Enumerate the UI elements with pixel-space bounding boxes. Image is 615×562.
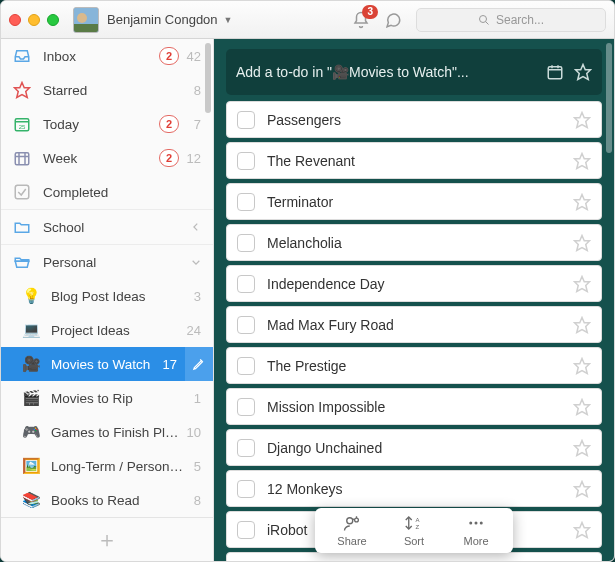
star-button[interactable] [573, 234, 591, 252]
sidebar-item-inbox[interactable]: Inbox 2 42 [1, 39, 213, 73]
todo-item[interactable]: Django Unchained [226, 429, 602, 466]
todo-checkbox[interactable] [237, 275, 255, 293]
close-window-button[interactable] [9, 14, 21, 26]
edit-list-button[interactable] [185, 347, 213, 381]
star-icon [573, 193, 591, 211]
sidebar-list-long-term[interactable]: 🖼️ Long-Term / Personal... 5 [1, 449, 213, 483]
todo-item[interactable]: Mission Impossible [226, 388, 602, 425]
star-button[interactable] [573, 111, 591, 129]
todo-title: Passengers [267, 112, 573, 128]
list-emoji-icon: 🎬 [21, 389, 41, 407]
todo-item[interactable]: Children (…) [226, 552, 602, 561]
sidebar-list-project-ideas[interactable]: 💻 Project Ideas 24 [1, 313, 213, 347]
sidebar-item-starred[interactable]: Starred 8 [1, 73, 213, 107]
due-date-icon[interactable] [546, 63, 564, 81]
todo-item[interactable]: The Revenant [226, 142, 602, 179]
svg-marker-28 [575, 481, 590, 496]
list-label: Project Ideas [51, 323, 185, 338]
todo-checkbox[interactable] [237, 439, 255, 457]
folder-icon [13, 218, 31, 236]
svg-point-40 [480, 522, 483, 525]
todo-checkbox[interactable] [237, 111, 255, 129]
todo-checkbox[interactable] [237, 152, 255, 170]
todo-title: The Revenant [267, 153, 573, 169]
share-label: Share [337, 535, 366, 547]
sort-button[interactable]: AZ Sort [385, 514, 443, 547]
sidebar-folder-personal[interactable]: Personal [1, 245, 213, 279]
star-icon[interactable] [574, 63, 592, 81]
star-button[interactable] [573, 480, 591, 498]
star-button[interactable] [573, 398, 591, 416]
account-menu[interactable]: Benjamin Congdon ▼ [107, 12, 233, 27]
avatar[interactable] [73, 7, 99, 33]
star-button[interactable] [573, 275, 591, 293]
sidebar-item-week[interactable]: Week 2 12 [1, 141, 213, 175]
sidebar-folder-school[interactable]: School [1, 210, 213, 244]
search-icon [478, 14, 490, 26]
star-button[interactable] [573, 152, 591, 170]
minimize-window-button[interactable] [28, 14, 40, 26]
star-icon [573, 480, 591, 498]
app-window: Benjamin Congdon ▼ 3 Search... [0, 0, 615, 562]
search-input[interactable]: Search... [416, 8, 606, 32]
list-emoji-icon: 📚 [21, 491, 41, 509]
svg-rect-9 [15, 153, 29, 165]
svg-point-2 [77, 13, 87, 23]
sidebar-list-books-to-read[interactable]: 📚 Books to Read 8 [1, 483, 213, 517]
todo-checkbox[interactable] [237, 316, 255, 334]
star-button[interactable] [573, 193, 591, 211]
sidebar-list-movies-to-rip[interactable]: 🎬 Movies to Rip 1 [1, 381, 213, 415]
item-count: 3 [185, 289, 201, 304]
todo-checkbox[interactable] [237, 193, 255, 211]
notifications-button[interactable]: 3 [352, 11, 370, 29]
svg-marker-5 [15, 83, 30, 98]
sidebar-item-label: Completed [43, 185, 201, 200]
svg-marker-29 [575, 522, 590, 537]
sidebar-list-blog-post-ideas[interactable]: 💡 Blog Post Ideas 3 [1, 279, 213, 313]
zoom-window-button[interactable] [47, 14, 59, 26]
calendar-today-icon: 25 [13, 115, 31, 133]
todo-checkbox[interactable] [237, 234, 255, 252]
todo-item[interactable]: Independence Day [226, 265, 602, 302]
svg-marker-25 [575, 358, 590, 373]
add-list-button[interactable]: ＋ [1, 517, 213, 561]
star-button[interactable] [573, 357, 591, 375]
star-button[interactable] [573, 521, 591, 539]
todo-checkbox[interactable] [237, 521, 255, 539]
list-label: Long-Term / Personal... [51, 459, 185, 474]
svg-marker-26 [575, 399, 590, 414]
more-button[interactable]: More [447, 514, 505, 547]
sidebar: Inbox 2 42 Starred 8 [1, 39, 214, 561]
svg-marker-24 [575, 317, 590, 332]
svg-marker-20 [575, 153, 590, 168]
todo-item[interactable]: Melancholia [226, 224, 602, 261]
todo-checkbox[interactable] [237, 480, 255, 498]
sort-icon: AZ [404, 514, 424, 532]
todo-item[interactable]: Passengers [226, 101, 602, 138]
todo-item[interactable]: Mad Max Fury Road [226, 306, 602, 343]
todo-item[interactable]: Terminator [226, 183, 602, 220]
sidebar-list-movies-to-watch[interactable]: 🎥 Movies to Watch 17 [1, 347, 213, 381]
add-todo-input[interactable]: Add a to-do in "🎥Movies to Watch"... [226, 49, 602, 95]
todo-checkbox[interactable] [237, 398, 255, 416]
sidebar-item-completed[interactable]: Completed [1, 175, 213, 209]
sidebar-list-games-to-finish[interactable]: 🎮 Games to Finish Playing 10 [1, 415, 213, 449]
star-button[interactable] [573, 316, 591, 334]
conversations-button[interactable] [384, 11, 402, 29]
todo-item[interactable]: 12 Monkeys [226, 470, 602, 507]
chevron-down-icon: ▼ [224, 15, 233, 25]
todo-checkbox[interactable] [237, 357, 255, 375]
star-button[interactable] [573, 439, 591, 457]
todo-title: Mad Max Fury Road [267, 317, 573, 333]
speech-bubble-icon [384, 11, 402, 29]
sidebar-item-label: Week [43, 151, 159, 166]
share-button[interactable]: Share [323, 514, 381, 547]
overdue-badge: 2 [159, 115, 179, 133]
search-placeholder: Search... [496, 13, 544, 27]
main-scrollbar[interactable] [606, 43, 612, 153]
list-emoji-icon: 🎮 [21, 423, 41, 441]
sidebar-item-today[interactable]: 25 Today 2 7 [1, 107, 213, 141]
todo-item[interactable]: The Prestige [226, 347, 602, 384]
list-label: Movies to Watch [51, 357, 161, 372]
item-count: 1 [185, 391, 201, 406]
